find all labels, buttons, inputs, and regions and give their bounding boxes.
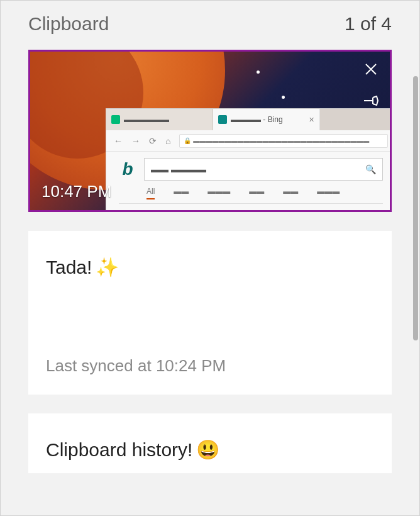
tab-close-icon: ✕ [309, 116, 314, 124]
star-icon [257, 70, 260, 74]
home-icon: ⌂ [165, 136, 170, 146]
pin-button[interactable] [362, 92, 380, 109]
panel-header: Clipboard 1 of 4 [1, 1, 419, 50]
clipboard-item-text[interactable]: Tada! ✨ Last synced at 10:24 PM [28, 231, 392, 395]
pin-icon [363, 95, 379, 106]
url-field: 🔒 ▬▬▬▬▬▬▬▬▬▬▬▬▬▬▬▬▬▬▬▬▬▬▬▬▬▬▬▬ [179, 134, 388, 148]
item-controls [362, 60, 380, 109]
browser-tab: ▬▬▬▬▬▬ [106, 109, 213, 130]
browser-window: ▬▬▬▬▬▬ ▬▬▬▬ - Bing ✕ ← → ⟳ ⌂ 🔒 ▬▬▬▬ [106, 108, 390, 210]
panel-title: Clipboard [28, 13, 109, 35]
clipboard-text-content: Tada! ✨ [46, 256, 374, 278]
back-icon: ← [114, 136, 123, 146]
delete-button[interactable] [362, 60, 380, 78]
screenshot-thumbnail: ▬▬▬▬▬▬ ▬▬▬▬ - Bing ✕ ← → ⟳ ⌂ 🔒 ▬▬▬▬ [30, 52, 390, 210]
refresh-icon: ⟳ [149, 136, 157, 146]
search-icon: 🔍 [365, 164, 376, 174]
text-value: Clipboard history! [46, 439, 192, 461]
item-position: 1 of 4 [345, 13, 392, 35]
sparkle-icon: ✨ [96, 256, 119, 278]
search-nav: All▬▬▬▬▬▬▬▬▬▬▬▬ [119, 187, 383, 204]
browser-addressbar: ← → ⟳ ⌂ 🔒 ▬▬▬▬▬▬▬▬▬▬▬▬▬▬▬▬▬▬▬▬▬▬▬▬▬▬▬▬ [106, 130, 390, 152]
star-icon [282, 96, 285, 99]
search-box: ▬▬ ▬▬▬▬ 🔍 [144, 158, 383, 181]
clipboard-panel: Clipboard 1 of 4 ▬▬▬▬▬▬ [0, 0, 420, 516]
scrollbar-thumb[interactable] [413, 76, 418, 340]
browser-tab-active: ▬▬▬▬ - Bing ✕ [213, 109, 320, 130]
browser-tabstrip: ▬▬▬▬▬▬ ▬▬▬▬ - Bing ✕ [106, 109, 390, 130]
tab-label: ▬▬▬▬ - Bing [231, 115, 283, 124]
clipboard-item-text[interactable]: Clipboard history! 😃 [28, 413, 392, 473]
tab-label: ▬▬▬▬▬▬ [124, 115, 169, 124]
clipboard-item-screenshot[interactable]: ▬▬▬▬▬▬ ▬▬▬▬ - Bing ✕ ← → ⟳ ⌂ 🔒 ▬▬▬▬ [28, 50, 392, 212]
clipboard-item-list[interactable]: ▬▬▬▬▬▬ ▬▬▬▬ - Bing ✕ ← → ⟳ ⌂ 🔒 ▬▬▬▬ [1, 50, 419, 515]
page-content: b ▬▬ ▬▬▬▬ 🔍 All▬▬▬▬▬▬▬▬▬▬▬▬ [106, 152, 390, 210]
tab-favicon-icon [111, 115, 120, 124]
text-value: Tada! [46, 257, 92, 278]
item-timestamp: 10:47 PM [41, 182, 111, 201]
sync-status: Last synced at 10:24 PM [46, 356, 374, 376]
bing-logo-icon: b [119, 159, 136, 179]
clipboard-text-content: Clipboard history! 😃 [46, 439, 374, 461]
tab-favicon-icon [218, 115, 227, 124]
forward-icon: → [131, 136, 140, 146]
close-icon [364, 62, 378, 76]
smiley-icon: 😃 [196, 439, 219, 461]
